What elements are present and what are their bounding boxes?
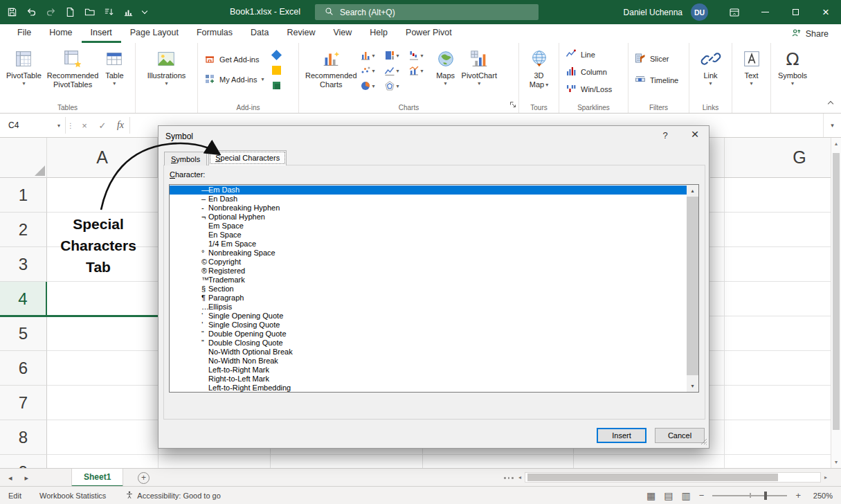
insert-column-chart-button[interactable]: ▾ [360,48,384,63]
vertical-scrollbar-thumb[interactable] [833,153,840,430]
horizontal-scrollbar-thumb[interactable] [527,474,778,481]
sort-ascending-button[interactable] [104,7,114,17]
insert-button[interactable]: Insert [597,428,646,443]
get-addins-button[interactable]: Get Add-ins [201,51,266,67]
dialog-help-button[interactable]: ? [658,130,672,141]
collapse-ribbon-button[interactable] [828,101,833,107]
user-avatar[interactable]: DU [691,3,708,21]
character-row[interactable]: ™ Trademark [170,276,687,285]
ribbon-tab[interactable]: Page Layout [121,24,188,43]
character-row[interactable]: 1/4 Em Space [170,240,687,249]
insert-function-button[interactable]: fx [111,114,129,137]
formula-bar-resize-handle[interactable]: ⋮ [66,114,75,137]
text-button[interactable]: Text ▾ [739,45,765,88]
vertical-scrollbar[interactable]: ▴ ▾ [831,138,841,468]
save-button[interactable] [7,7,17,17]
share-button[interactable]: Share [791,24,829,43]
open-folder-button[interactable] [84,7,95,17]
user-name[interactable]: Daniel Uchenna [624,8,682,17]
row-header[interactable]: 1 [0,178,47,213]
ribbon-tab[interactable]: Home [40,24,81,43]
dialog-tab[interactable]: Symbols [164,152,207,165]
minimize-button[interactable] [750,0,780,24]
row-header[interactable]: 2 [0,213,47,247]
scroll-up-icon[interactable]: ▴ [831,141,841,147]
undo-button[interactable] [26,7,37,17]
insert-pie-chart-button[interactable]: ▾ [360,78,384,93]
insert-waterfall-chart-button[interactable]: ▾ [408,48,433,63]
next-sheet-button[interactable]: ▸ [25,474,29,483]
symbols-button[interactable]: Ω Symbols ▾ [775,45,810,88]
character-row[interactable]: ’ Single Closing Quote [170,321,687,330]
row-header[interactable]: 9 [0,455,47,468]
ribbon-tab[interactable]: Help [361,24,397,43]
column-header-g-region[interactable]: G [710,138,831,178]
ribbon-tab[interactable]: Data [242,24,278,43]
search-box[interactable]: Search (Alt+Q) [315,4,539,20]
pivottable-button[interactable]: PivotTable ▾ [3,45,44,88]
character-row[interactable]: Left-to-Right Embedding [170,384,687,393]
character-row[interactable]: — Em Dash [170,186,687,195]
new-file-button[interactable] [65,7,75,17]
my-addins-button[interactable]: My Add-ins ▾ [201,71,266,87]
ribbon-tab[interactable]: View [324,24,361,43]
character-row[interactable]: “ Double Opening Quote [170,330,687,339]
insert-hierarchy-chart-button[interactable]: ▾ [384,48,408,63]
close-button[interactable]: × [811,0,841,24]
cancel-entry-button[interactable]: × [75,114,93,137]
insert-combo-chart-button[interactable]: ▾ [408,63,433,78]
pivotchart-button[interactable]: PivotChart ▾ [459,45,500,88]
enter-entry-button[interactable]: ✓ [93,114,111,137]
row-header[interactable]: 3 [0,247,47,282]
scroll-up-icon[interactable]: ▴ [687,188,698,194]
character-row[interactable]: ¬ Optional Hyphen [170,213,687,222]
normal-view-button[interactable]: ▦ [646,490,655,501]
character-row[interactable]: ® Registered [170,267,687,276]
list-scrollbar[interactable]: ▴ ▾ [687,185,698,392]
character-row[interactable]: ‘ Single Opening Quote [170,312,687,321]
character-row[interactable]: … Ellipsis [170,303,687,312]
horizontal-scrollbar[interactable]: ◂ ▸ [515,471,831,483]
character-row[interactable]: En Space [170,231,687,240]
row-header[interactable]: 4 [0,282,47,316]
character-row[interactable]: © Copyright [170,258,687,267]
addin-yellow-icon[interactable] [272,66,281,75]
chart-button[interactable] [123,7,134,17]
table-button[interactable]: Table ▾ [101,45,127,88]
character-row[interactable]: No-Width Non Break [170,357,687,366]
insert-line-chart-button[interactable]: ▾ [384,63,408,78]
illustrations-button[interactable]: Illustrations ▾ [145,45,189,88]
sheet-tab-sheet1[interactable]: Sheet1 [71,469,123,487]
dialog-close-button[interactable]: × [686,127,704,142]
dialog-resize-grip[interactable] [698,436,707,447]
scroll-down-icon[interactable]: ▾ [687,383,698,389]
character-row[interactable]: No-Width Optional Break [170,348,687,357]
sparkline-line-button[interactable]: Line [563,46,615,62]
row-header[interactable]: 8 [0,420,47,455]
maps-button[interactable]: Maps ▾ [433,45,459,88]
scroll-right-icon[interactable]: ▸ [821,474,831,480]
character-row[interactable]: § Section [170,285,687,294]
tab-bar-splitter[interactable] [504,477,514,479]
character-row[interactable]: ° Nonbreaking Space [170,249,687,258]
zoom-out-button[interactable]: − [699,490,705,501]
row-header[interactable]: 6 [0,351,47,386]
zoom-slider-thumb[interactable] [764,492,767,500]
workbook-statistics-button[interactable]: Workbook Statistics [39,492,106,500]
select-all-corner[interactable] [0,138,47,178]
ribbon-display-options-button[interactable] [719,0,750,24]
zoom-in-button[interactable]: + [795,490,801,501]
list-scrollbar-thumb[interactable] [687,197,698,375]
ribbon-tab[interactable]: Formulas [188,24,242,43]
horizontal-scrollbar-track[interactable] [525,472,821,483]
recommended-pivottables-button[interactable]: Recommended PivotTables [44,45,102,91]
addin-blue-icon[interactable] [271,50,282,60]
page-layout-view-button[interactable]: ▤ [664,490,673,501]
scroll-left-icon[interactable]: ◂ [515,474,525,480]
ribbon-tab[interactable]: Insert [82,24,121,43]
character-row[interactable]: ” Double Closing Quote [170,339,687,348]
insert-radar-chart-button[interactable]: ▾ [384,78,408,93]
column-header-a[interactable]: A [47,138,158,178]
customize-quick-access-toolbar-button[interactable] [143,12,147,13]
cancel-button[interactable]: Cancel [655,428,705,443]
